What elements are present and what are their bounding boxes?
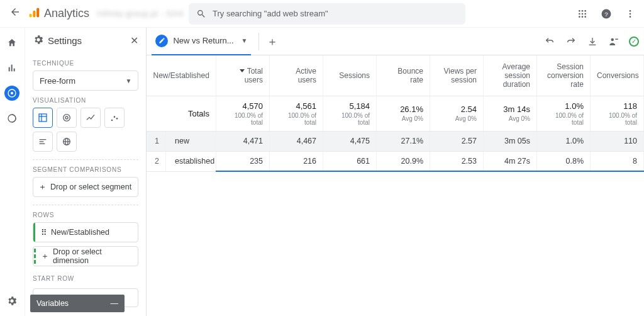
col-avg-session-duration[interactable]: Average session duration [484,55,537,96]
apps-icon[interactable] [576,8,589,20]
svg-point-37 [611,38,614,41]
vis-table-icon[interactable] [33,108,53,128]
svg-rect-2 [36,8,39,18]
vis-line-icon[interactable] [80,108,101,128]
svg-point-11 [584,16,586,18]
pencil-icon [155,35,168,47]
nav-admin-icon[interactable] [4,293,19,308]
divider [33,159,139,160]
variables-label: Variables [36,299,69,308]
nav-reports-icon[interactable] [4,60,19,76]
svg-point-9 [579,16,580,18]
nav-advertising-icon[interactable] [4,111,19,126]
col-sessions[interactable]: Sessions [323,55,377,96]
settings-panel: Settings ✕ TECHNIQUE Free-form ▼ VISUALI… [25,28,147,316]
totals-sessions: 5,184 [349,101,370,111]
svg-point-10 [582,16,584,18]
search-input[interactable]: Try searching "add web stream" [189,3,465,25]
variables-bar[interactable]: Variables — [30,295,125,312]
totals-conv-rate: 1.0% [565,101,584,111]
svg-point-16 [630,16,631,18]
totals-total-users: 4,570 [242,101,263,111]
more-vert-icon[interactable] [624,8,636,20]
tab-new-vs-returning[interactable]: New vs Return... ▼ [152,28,251,55]
segments-label: SEGMENT COMPARISONS [33,166,139,173]
totals-row: Totals 4,570100.0% of total 4,561100.0% … [147,96,643,131]
svg-point-3 [579,10,580,12]
row-dim: new [165,131,216,151]
svg-point-21 [11,92,13,94]
svg-rect-17 [9,67,10,72]
tab-label: New vs Return... [173,36,233,45]
svg-rect-19 [14,69,15,72]
chevron-down-icon[interactable]: ▼ [242,37,248,44]
analytics-logo-icon [28,6,40,21]
search-placeholder: Try searching "add web stream" [213,9,328,18]
tab-bar: New vs Return... ▼ ＋ ✓ [147,28,644,55]
share-icon[interactable] [608,35,620,48]
totals-duration: 3m 14s [503,104,530,114]
settings-title: Settings [48,35,82,46]
svg-point-27 [65,116,68,119]
search-icon [196,9,206,19]
header-actions: ? [576,8,636,20]
rows-label: ROWS [33,212,139,218]
row-dimension-label: New/Established [51,228,109,237]
col-active-users[interactable]: Active users [270,55,323,96]
download-icon[interactable] [586,35,599,48]
status-ok-icon[interactable]: ✓ [629,37,639,47]
svg-point-6 [579,13,580,14]
back-arrow-icon[interactable] [8,6,23,21]
technique-label: TECHNIQUE [33,60,139,67]
svg-point-4 [582,10,584,12]
add-tab-button[interactable]: ＋ [258,33,276,50]
data-table-container: New/Established Total users Active users… [147,55,644,172]
svg-point-8 [584,13,586,14]
svg-point-15 [630,13,631,14]
vis-scatter-icon[interactable] [104,108,125,128]
undo-icon[interactable] [543,35,556,48]
help-icon[interactable]: ? [600,8,613,20]
svg-point-5 [584,10,586,12]
vis-geo-icon[interactable] [57,132,77,152]
segment-drop-label: Drop or select segment [50,183,131,191]
totals-conversions: 118 [623,101,637,111]
chevron-down-icon: ▼ [126,77,132,84]
left-nav [0,28,25,316]
close-icon[interactable]: ✕ [130,35,138,47]
col-bounce-rate[interactable]: Bounce rate [377,55,430,96]
row-dimension-chip[interactable]: ⠿ New/Established [33,222,139,242]
svg-point-28 [111,120,113,121]
vis-bar-icon[interactable] [33,132,53,152]
table-row[interactable]: 2 established 235 216 661 20.9% 2.53 4m … [147,151,643,171]
totals-bounce: 26.1% [400,104,423,114]
gear-icon [33,34,44,47]
brand: Analytics [28,6,89,21]
technique-value: Free-form [40,76,75,86]
svg-rect-1 [33,11,35,18]
row-dim: established [165,151,216,171]
col-conversions[interactable]: Conversions [591,55,644,96]
row-drop[interactable]: ＋ Drop or select dimension [33,246,139,266]
col-dimension[interactable]: New/Established [147,55,216,96]
svg-text:?: ? [604,10,608,17]
redo-icon[interactable] [565,35,577,48]
col-session-conv-rate[interactable]: Session conversion rate [537,55,591,96]
vis-donut-icon[interactable] [57,108,77,128]
svg-rect-23 [39,114,47,121]
app-header: Analytics Infinity-group.pl - GA4 Try se… [0,0,644,28]
property-name-blurred[interactable]: Infinity-group.pl - GA4 [97,9,184,18]
svg-point-26 [64,115,70,121]
nav-home-icon[interactable] [4,35,19,50]
svg-point-29 [114,116,116,118]
svg-point-30 [116,118,118,120]
divider [33,205,139,205]
nav-explore-icon[interactable] [4,86,19,101]
segment-drop[interactable]: ＋ Drop or select segment [33,177,139,197]
col-views-per-session[interactable]: Views per session [430,55,484,96]
col-total-users[interactable]: Total users [216,55,270,96]
svg-point-7 [582,13,584,14]
row-drop-label: Drop or select dimension [53,247,133,265]
table-row[interactable]: 1 new 4,471 4,467 4,475 27.1% 2.57 3m 05… [147,131,643,151]
technique-select[interactable]: Free-form ▼ [33,71,139,91]
